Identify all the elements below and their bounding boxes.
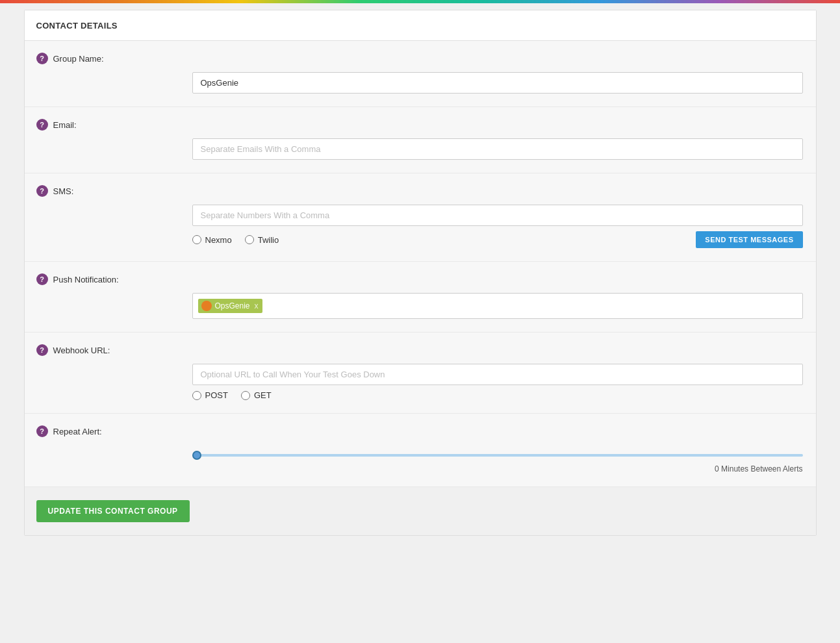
webhook-label-row: ? Webhook URL:	[36, 344, 804, 356]
repeat-alert-slider-wrapper	[192, 445, 803, 462]
sms-nexmo-option[interactable]: Nexmo	[192, 235, 232, 245]
webhook-post-label: POST	[205, 390, 228, 400]
webhook-post-option[interactable]: POST	[192, 390, 228, 400]
sms-twilio-option[interactable]: Twilio	[245, 235, 279, 245]
webhook-post-radio[interactable]	[192, 391, 201, 400]
section-header: CONTACT DETAILS	[25, 10, 816, 41]
repeat-alert-label-row: ? Repeat Alert:	[36, 425, 804, 437]
sms-nexmo-label: Nexmo	[205, 235, 232, 245]
main-card: CONTACT DETAILS ? Group Name: ? Email:	[24, 10, 817, 536]
sms-twilio-radio[interactable]	[245, 235, 254, 244]
repeat-alert-slider[interactable]	[192, 454, 803, 457]
repeat-alert-section: ? Repeat Alert: 0 Minutes Between Alerts	[25, 414, 816, 487]
repeat-alert-slider-label: 0 Minutes Between Alerts	[192, 464, 803, 473]
webhook-help-icon[interactable]: ?	[36, 344, 48, 356]
group-name-input-wrapper	[192, 72, 803, 94]
sms-input[interactable]	[192, 205, 803, 226]
webhook-get-option[interactable]: GET	[241, 390, 272, 400]
sms-twilio-label: Twilio	[258, 235, 279, 245]
group-name-help-icon[interactable]: ?	[36, 53, 48, 64]
group-name-label-row: ? Group Name:	[36, 53, 804, 64]
push-notification-label-row: ? Push Notification:	[36, 273, 804, 285]
update-contact-group-button[interactable]: UPDATE ThIs CONTACT GROUP	[36, 500, 190, 522]
send-test-messages-button[interactable]: SEND TEST MESSAGES	[696, 231, 802, 248]
push-notification-help-icon[interactable]: ?	[36, 273, 48, 285]
page-wrapper: CONTACT DETAILS ? Group Name: ? Email:	[0, 3, 840, 555]
repeat-alert-label: Repeat Alert:	[53, 427, 102, 436]
email-input[interactable]	[192, 138, 803, 160]
sms-label-row: ? SMS:	[36, 185, 804, 197]
webhook-label: Webhook URL:	[53, 346, 110, 355]
sms-section: ? SMS: Nexmo Twilio SEND TEST MESSAGES	[25, 173, 816, 262]
tag-label: OpsGenie	[215, 301, 250, 310]
email-help-icon[interactable]: ?	[36, 119, 48, 131]
email-label: Email:	[53, 120, 77, 130]
group-name-input[interactable]	[192, 72, 803, 94]
email-section: ? Email:	[25, 107, 816, 173]
sms-nexmo-radio[interactable]	[192, 235, 201, 244]
tag-close-button[interactable]: x	[255, 301, 259, 310]
group-name-section: ? Group Name:	[25, 41, 816, 107]
sms-radio-row: Nexmo Twilio SEND TEST MESSAGES	[192, 231, 803, 248]
sms-label: SMS:	[53, 186, 74, 196]
email-input-wrapper	[192, 138, 803, 160]
webhook-section: ? Webhook URL: POST GET	[25, 333, 816, 414]
webhook-radio-row: POST GET	[192, 390, 803, 400]
sms-input-wrapper: Nexmo Twilio SEND TEST MESSAGES	[192, 205, 803, 248]
section-header-title: CONTACT DETAILS	[36, 21, 118, 31]
push-notification-tag: OpsGenie x	[198, 299, 262, 313]
push-notification-label: Push Notification:	[53, 275, 119, 284]
repeat-alert-input-wrapper: 0 Minutes Between Alerts	[192, 445, 803, 473]
webhook-url-input[interactable]	[192, 364, 803, 385]
sms-help-icon[interactable]: ?	[36, 185, 48, 197]
push-notification-section: ? Push Notification: OpsGenie x	[25, 262, 816, 333]
push-notification-input-wrapper: OpsGenie x	[192, 293, 803, 319]
form-footer: UPDATE ThIs CONTACT GROUP	[25, 487, 816, 535]
email-label-row: ? Email:	[36, 119, 804, 131]
webhook-get-label: GET	[254, 390, 272, 400]
repeat-alert-help-icon[interactable]: ?	[36, 425, 48, 437]
webhook-input-wrapper: POST GET	[192, 364, 803, 400]
push-notification-area[interactable]: OpsGenie x	[192, 293, 803, 319]
group-name-label: Group Name:	[53, 54, 104, 64]
webhook-get-radio[interactable]	[241, 391, 250, 400]
tag-avatar	[201, 301, 212, 311]
